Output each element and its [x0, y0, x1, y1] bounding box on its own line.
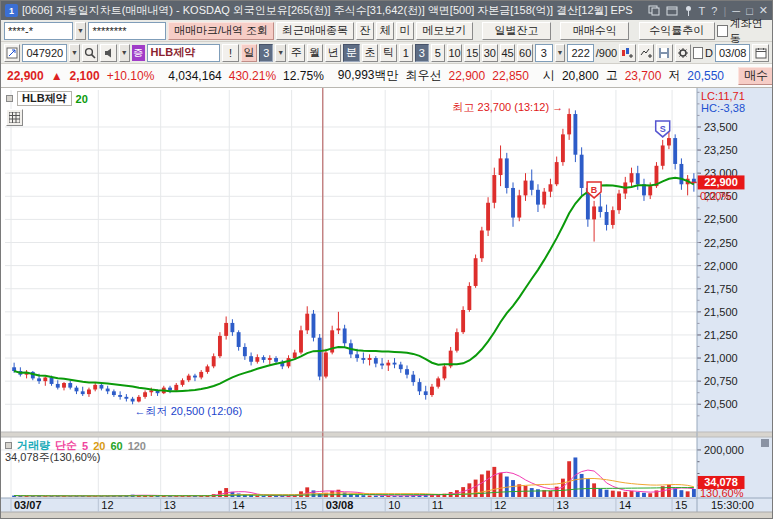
account-dropdown-icon[interactable]: ▼: [75, 22, 87, 40]
password-field[interactable]: ********: [88, 22, 166, 40]
toolbar-account: ****-*▼ ******** 매매마크/내역 조회 최근매매종목 잔 체 미…: [1, 20, 772, 42]
date-input[interactable]: 03/08: [715, 44, 751, 62]
text-tool-icon[interactable]: T: [699, 5, 706, 17]
custom-minute-dropdown-icon[interactable]: ▼: [555, 44, 566, 62]
stock-name-field[interactable]: HLB제약: [147, 44, 221, 62]
svg-text:21,500: 21,500: [704, 306, 738, 318]
minute-30-button[interactable]: 30: [482, 44, 498, 62]
current-price: 22,900: [7, 69, 44, 83]
svg-text:11: 11: [432, 499, 443, 511]
trade-profit-button[interactable]: 매매수익: [560, 22, 629, 40]
account-select[interactable]: ****-*: [4, 22, 73, 40]
titlebar-separator: |: [723, 5, 726, 17]
svg-text:13: 13: [557, 499, 569, 511]
add-line-icon[interactable]: [638, 44, 654, 62]
volume-ma60-label: 60: [110, 440, 122, 452]
chart-area: 23,50023,25023,00022,75022,50022,25022,0…: [1, 88, 773, 519]
yield-trend-button[interactable]: 수익률추이: [639, 22, 715, 40]
svg-text:200,000: 200,000: [704, 444, 744, 456]
period-minute-button[interactable]: 분: [343, 44, 359, 62]
settings-gear-icon[interactable]: [675, 44, 691, 62]
svg-text:03/07: 03/07: [14, 499, 42, 511]
svg-text:LC:11,71: LC:11,71: [701, 90, 745, 102]
svg-text:22,000: 22,000: [704, 260, 738, 272]
sound-alert-icon[interactable]: [100, 44, 116, 62]
clone-window-icon[interactable]: [666, 5, 678, 16]
chart-canvas[interactable]: 23,50023,25023,00022,75022,50022,25022,0…: [1, 88, 773, 519]
candle-count-input[interactable]: 222: [567, 44, 593, 62]
svg-text:최고 23,700 (13:12) →: 최고 23,700 (13:12) →: [452, 101, 563, 113]
quote-info-bar: 22,900 ▲ 2,100 +10.10% 4,034,164 430.21%…: [1, 64, 772, 88]
buy-button[interactable]: 매수: [738, 67, 773, 85]
filled-button[interactable]: 체: [376, 22, 394, 40]
best-bid: 22,850: [492, 69, 529, 83]
sound-dropdown-icon[interactable]: ▼: [119, 44, 130, 62]
volume: 4,034,164: [168, 69, 221, 83]
trade-amount: 90,993백만: [338, 67, 399, 84]
memo-view-button[interactable]: 메모보기: [416, 22, 473, 40]
minute-60-button[interactable]: 60: [517, 44, 533, 62]
title-bar[interactable]: 1 [0606] 자동일지차트(매매내역) - KOSDAQ 외국인보유[265…: [1, 1, 772, 20]
window-title: [0606] 자동일지차트(매매내역) - KOSDAQ 외국인보유[265(천…: [22, 3, 644, 18]
period-second-button[interactable]: 초: [362, 44, 378, 62]
pin-icon[interactable]: [684, 5, 693, 17]
popup-window-icon[interactable]: [648, 5, 660, 16]
help-icon[interactable]: ?: [711, 5, 717, 17]
calendar-icon[interactable]: [752, 44, 768, 62]
low-price: 20,550: [687, 69, 724, 83]
minute-15-button[interactable]: 15: [464, 44, 480, 62]
svg-text:22,500: 22,500: [704, 213, 738, 225]
app-window: 1 [0606] 자동일지차트(매매내역) - KOSDAQ 외국인보유[265…: [0, 0, 773, 519]
screen-link-icon[interactable]: [4, 44, 20, 62]
day-count-dropdown-icon[interactable]: ▼: [275, 44, 286, 62]
minute-1-button[interactable]: 1: [399, 44, 413, 62]
period-month-button[interactable]: 월: [307, 44, 323, 62]
recent-trades-button[interactable]: 최근매매종목: [276, 22, 354, 40]
svg-text:S: S: [660, 124, 666, 134]
grid-tool-button[interactable]: [6, 109, 23, 126]
minute-45-button[interactable]: 45: [500, 44, 516, 62]
period-year-button[interactable]: 년: [325, 44, 341, 62]
custom-minute-input[interactable]: 3: [535, 44, 553, 62]
minute-3-button[interactable]: 3: [415, 44, 429, 62]
svg-text:12: 12: [101, 499, 113, 511]
add-candle-icon[interactable]: [619, 44, 635, 62]
svg-text:13: 13: [164, 499, 176, 511]
minute-10-button[interactable]: 10: [447, 44, 463, 62]
volume-legend-collapse-button[interactable]: [5, 442, 12, 449]
svg-text:20,500: 20,500: [704, 398, 738, 410]
price-change: 2,100: [70, 69, 100, 83]
svg-text:15: 15: [295, 499, 307, 511]
svg-text:12: 12: [494, 499, 506, 511]
svg-text:20,750: 20,750: [704, 375, 738, 387]
day-count-box[interactable]: 3: [259, 44, 273, 62]
minute-5-button[interactable]: 5: [431, 44, 445, 62]
balance-button[interactable]: 잔: [356, 22, 374, 40]
alert-button[interactable]: !: [222, 44, 238, 62]
trade-mark-query-button[interactable]: 매매마크/내역 조회: [168, 22, 274, 40]
turnover: 12.75%: [283, 69, 324, 83]
period-tick-button[interactable]: 틱: [380, 44, 396, 62]
search-icon[interactable]: [82, 44, 98, 62]
svg-text:0,00%: 0,00%: [700, 190, 731, 202]
daily-balance-button[interactable]: 일별잔고: [482, 22, 551, 40]
best-quote-label: 최우선: [406, 67, 442, 84]
period-day-button[interactable]: 일: [241, 44, 257, 62]
save-icon[interactable]: [656, 44, 672, 62]
volume-ratio: 430.21%: [229, 69, 276, 83]
svg-text:21,000: 21,000: [704, 352, 738, 364]
period-week-button[interactable]: 주: [288, 44, 304, 62]
d-toggle-label: D: [705, 47, 713, 59]
volume-current-readout: 34,078주(130,60%): [5, 450, 100, 465]
svg-text:14: 14: [619, 499, 631, 511]
svg-text:21,250: 21,250: [704, 329, 738, 341]
high-label: 고: [606, 67, 618, 84]
stock-code-input[interactable]: 047920: [22, 44, 67, 62]
high-price: 23,700: [625, 69, 662, 83]
legend-collapse-button[interactable]: [6, 95, 13, 102]
account-link-checkbox[interactable]: [717, 25, 728, 37]
svg-text:15:30:00: 15:30:00: [711, 499, 754, 511]
code-dropdown-icon[interactable]: ▼: [69, 44, 80, 62]
unfilled-button[interactable]: 미: [396, 22, 414, 40]
d-toggle-checkbox[interactable]: [693, 47, 703, 59]
